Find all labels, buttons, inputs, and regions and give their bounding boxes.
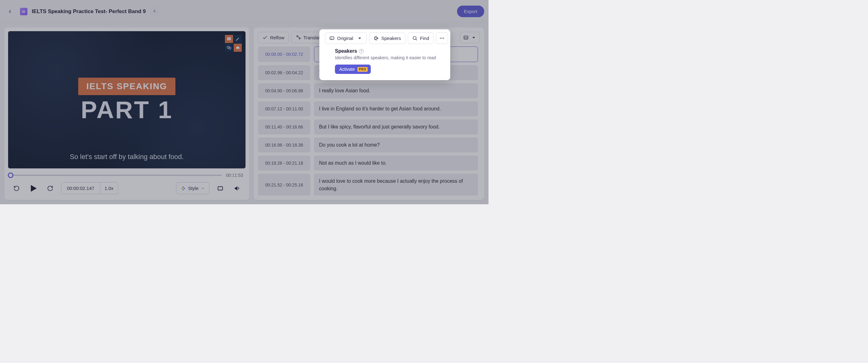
pen-icon (234, 35, 242, 43)
transcript-text-cell[interactable]: I would love to cook more because I actu… (314, 174, 478, 196)
transcript-text-cell[interactable]: I really love Asian food. (314, 83, 478, 98)
svg-point-3 (183, 187, 184, 188)
timestamp-cell[interactable]: 00:19.26 - 00:21.18 (258, 156, 310, 171)
play-button[interactable] (27, 183, 39, 194)
speakers-icon (374, 35, 379, 41)
svg-point-24 (440, 38, 441, 39)
transcript-row[interactable]: 00:07.12 - 00:11.00I live in England so … (258, 101, 478, 116)
seek-bar-row: 00:11:53 (8, 173, 246, 178)
timestamp-cell[interactable]: 00:00.00 - 00:02.72 (258, 47, 310, 62)
play-icon (28, 184, 38, 193)
transcript-row[interactable]: 00:04.90 - 00:06.88I really love Asian f… (258, 83, 478, 98)
popover-find-button[interactable]: Find (408, 32, 433, 44)
add-button[interactable]: + (150, 7, 159, 16)
timestamp-cell[interactable]: 00:07.12 - 00:11.00 (258, 101, 310, 116)
video-corner-icons (225, 35, 242, 52)
back-button[interactable] (4, 6, 16, 17)
layout-icon (463, 35, 469, 40)
app-logo: w (20, 8, 27, 15)
style-label: Style (188, 186, 198, 191)
timestamp-cell[interactable]: 00:11.40 - 00:16.66 (258, 119, 310, 134)
transcript-text-cell[interactable]: Do you cook a lot at home? (314, 138, 478, 152)
transcript-row[interactable]: 00:19.26 - 00:21.18Not as much as I woul… (258, 156, 478, 171)
check-icon (262, 35, 268, 40)
video-title-overlay: PART 1 (81, 97, 173, 122)
video-preview[interactable]: IELTS SPEAKING PART 1 So let's start off… (8, 31, 246, 168)
timestamp-cell[interactable]: 00:04.90 - 00:06.88 (258, 83, 310, 98)
activate-button[interactable]: Activate PRO (335, 64, 371, 74)
speakers-popover: Original Speakers Find Speakers ? Identi… (319, 29, 450, 80)
popover-original-dropdown[interactable]: Original (325, 32, 367, 44)
layout-button[interactable] (460, 32, 480, 43)
timestamp-cell[interactable]: 00:16.96 - 00:18.38 (258, 138, 310, 152)
svg-marker-21 (358, 37, 361, 39)
popover-description: Identifies different speakers, making it… (335, 55, 443, 60)
svg-rect-19 (330, 37, 334, 39)
popover-speakers-button[interactable]: Speakers (369, 32, 405, 44)
playback-controls: 00:00:02.147 1.0x Style (8, 182, 246, 196)
video-badge: IELTS SPEAKING (78, 78, 175, 95)
rewind-icon (13, 185, 20, 192)
top-bar: w IELTS Speaking Practice Test- Perfect … (0, 0, 489, 23)
seek-bar[interactable] (10, 175, 222, 176)
chevron-down-icon (201, 187, 205, 190)
svg-line-23 (415, 39, 417, 40)
duration-label: 00:11:53 (226, 173, 243, 178)
playback-speed[interactable]: 1.0x (100, 183, 118, 194)
search-icon (412, 35, 417, 41)
pro-badge: PRO (358, 67, 368, 72)
transcript-text-cell[interactable]: I live in England so it's harder to get … (314, 101, 478, 116)
svg-point-25 (441, 38, 442, 39)
current-time[interactable]: 00:00:02.147 (61, 183, 100, 194)
caret-down-icon (357, 35, 362, 41)
timestamp-cell[interactable]: 00:02.98 - 00:04.22 (258, 65, 310, 80)
volume-icon (234, 185, 241, 192)
forward-icon (47, 185, 53, 192)
transcript-row[interactable]: 00:21.52 - 00:25.16I would love to cook … (258, 174, 478, 196)
ellipsis-icon (439, 35, 444, 41)
volume-button[interactable] (231, 183, 243, 194)
fullscreen-icon (217, 185, 224, 192)
svg-point-26 (443, 38, 444, 39)
timestamp-cell[interactable]: 00:21.52 - 00:25.16 (258, 174, 310, 196)
book-icon (225, 35, 233, 43)
video-caption: So let's start off by talking about food… (70, 153, 184, 161)
headphones-icon (234, 44, 242, 52)
svg-marker-2 (31, 185, 37, 192)
svg-marker-18 (472, 37, 475, 38)
chat-icon (225, 44, 233, 52)
subtitle-icon (329, 35, 335, 41)
svg-point-5 (183, 189, 184, 190)
video-panel: IELTS SPEAKING PART 1 So let's start off… (4, 27, 249, 200)
rewind-button[interactable] (10, 183, 23, 194)
popover-more-button[interactable] (436, 32, 448, 44)
svg-point-4 (184, 188, 185, 189)
time-speed-display: 00:00:02.147 1.0x (61, 182, 118, 194)
transcript-text-cell[interactable]: But I like spicy, flavorful and just gen… (314, 119, 478, 134)
svg-rect-7 (218, 187, 223, 190)
transcript-row[interactable]: 00:11.40 - 00:16.66But I like spicy, fla… (258, 119, 478, 134)
transcript-text-cell[interactable]: Not as much as I would like to. (314, 156, 478, 171)
forward-button[interactable] (44, 183, 56, 194)
project-title: IELTS Speaking Practice Test- Perfect Ba… (32, 8, 146, 15)
svg-point-22 (413, 36, 416, 39)
svg-point-6 (181, 188, 183, 189)
caret-down-icon (471, 35, 476, 40)
popover-title: Speakers ? (335, 48, 443, 54)
fullscreen-button[interactable] (214, 183, 226, 194)
svg-point-1 (229, 47, 231, 49)
transcript-row[interactable]: 00:16.96 - 00:18.38Do you cook a lot at … (258, 138, 478, 152)
translate-icon (296, 35, 301, 40)
help-icon[interactable]: ? (359, 49, 364, 54)
chevron-left-icon (7, 9, 13, 15)
reflow-button[interactable]: Reflow (258, 32, 289, 43)
seek-thumb[interactable] (8, 172, 13, 178)
color-palette-icon (181, 186, 186, 191)
style-button[interactable]: Style (176, 182, 209, 194)
export-button[interactable]: Export (457, 6, 484, 17)
